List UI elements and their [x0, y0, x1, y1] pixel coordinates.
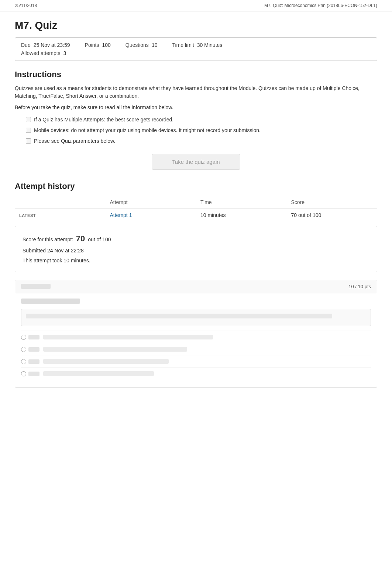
- bullet-list: If a Quiz has Multiple Attempts: the bes…: [22, 116, 377, 145]
- col-header-empty: [15, 196, 106, 208]
- instructions-para1: Quizzes are used as a means for students…: [15, 84, 377, 100]
- instructions-title: Instructions: [15, 70, 377, 79]
- answer-label-blurred-2: [28, 347, 39, 352]
- bullet-icon-1: [26, 117, 31, 122]
- questions-value: 10: [152, 42, 158, 48]
- answer-text-blurred-3: [43, 359, 169, 364]
- question-content-blurred: [21, 309, 371, 326]
- question-title-blurred: [21, 299, 80, 304]
- date-label: 25/11/2018: [15, 3, 37, 8]
- allowed-attempts-item: Allowed attempts 3: [21, 50, 66, 56]
- radio-4: [21, 371, 26, 376]
- top-bar: 25/11/2018 M7. Quiz: Microeconomics Prin…: [0, 0, 392, 11]
- questions-item: Questions 10: [125, 42, 158, 48]
- meta-row-2: Allowed attempts 3: [21, 50, 371, 56]
- answer-row-4: [21, 367, 371, 379]
- latest-badge-cell: LATEST: [15, 208, 106, 222]
- bullet-item-3: Please see Quiz parameters below.: [26, 137, 377, 145]
- points-label: Points: [85, 42, 99, 48]
- score-out-of: out of 100: [88, 237, 111, 242]
- table-row: LATEST Attempt 1 10 minutes 70 out of 10…: [15, 208, 377, 222]
- due-label: Due: [21, 42, 31, 48]
- col-header-time: Time: [196, 196, 287, 208]
- questions-label: Questions: [125, 42, 149, 48]
- question-header: 10 / 10 pts: [15, 280, 377, 293]
- instructions-section: Instructions Quizzes are used as a means…: [15, 70, 377, 145]
- submitted-label: Submitted 24 Nov at 22:28: [23, 246, 369, 255]
- score-line: Score for this attempt: 70 out of 100: [23, 232, 369, 245]
- answer-text-blurred-2: [43, 347, 187, 352]
- main-content: M7. Quiz Due 25 Nov at 23:59 Points 100 …: [0, 11, 392, 408]
- attempt-link-cell[interactable]: Attempt 1: [106, 208, 196, 222]
- allowed-attempts-label: Allowed attempts: [21, 50, 61, 56]
- attempt-score: 70 out of 100: [291, 212, 321, 218]
- bullet-icon-2: [26, 128, 31, 133]
- points-value: 100: [102, 42, 110, 48]
- allowed-attempts-value: 3: [63, 50, 66, 56]
- answer-row-3: [21, 355, 371, 367]
- answer-label-blurred-1: [28, 335, 39, 339]
- answer-text-blurred-4: [43, 371, 154, 376]
- due-value: 25 Nov at 23:59: [34, 42, 70, 48]
- time-limit-item: Time limit 30 Minutes: [172, 42, 222, 48]
- bullet-text-1: If a Quiz has Multiple Attempts: the bes…: [34, 116, 173, 124]
- answer-label-blurred-4: [28, 372, 39, 376]
- duration-label: This attempt took 10 minutes.: [23, 256, 369, 265]
- attempt-history-section: Attempt history Attempt Time Score LATES…: [15, 182, 377, 388]
- due-item: Due 25 Nov at 23:59: [21, 42, 70, 48]
- answer-row-2: [21, 343, 371, 355]
- attempt-1-link[interactable]: Attempt 1: [110, 212, 132, 218]
- bullet-icon-3: [26, 138, 31, 144]
- radio-2: [21, 347, 26, 352]
- meta-row-1: Due 25 Nov at 23:59 Points 100 Questions…: [21, 42, 371, 48]
- attempt-score-cell: 70 out of 100: [287, 208, 378, 222]
- instructions-para2: Before you take the quiz, make sure to r…: [15, 104, 377, 111]
- question-block-1: 10 / 10 pts: [15, 280, 377, 388]
- attempt-history-title: Attempt history: [15, 182, 377, 191]
- attempt-table-header: Attempt Time Score: [15, 196, 377, 208]
- bullet-text-3: Please see Quiz parameters below.: [34, 137, 115, 145]
- question-pts: 10 / 10 pts: [348, 284, 371, 289]
- col-header-score: Score: [287, 196, 378, 208]
- answer-label-blurred-3: [28, 359, 39, 364]
- bullet-item-2: Mobile devices: do not attempt your quiz…: [26, 127, 377, 134]
- points-item: Points 100: [85, 42, 111, 48]
- answer-row-1: [21, 331, 371, 343]
- score-for-attempt-label: Score for this attempt:: [23, 237, 73, 242]
- answer-text-blurred-1: [43, 335, 213, 339]
- attempt-history-table: Attempt Time Score LATEST Attempt 1 10 m…: [15, 196, 377, 222]
- answer-options: [21, 331, 371, 382]
- bullet-text-2: Mobile devices: do not attempt your quiz…: [34, 127, 261, 134]
- bullet-item-1: If a Quiz has Multiple Attempts: the bes…: [26, 116, 377, 124]
- attempt-details: Score for this attempt: 70 out of 100 Su…: [15, 226, 377, 272]
- meta-table: Due 25 Nov at 23:59 Points 100 Questions…: [15, 37, 377, 61]
- question-number-blurred: [21, 284, 51, 289]
- attempt-time: 10 minutes: [200, 212, 226, 218]
- question-body: [15, 293, 377, 387]
- take-quiz-button[interactable]: Take the quiz again: [152, 154, 240, 170]
- latest-badge: LATEST: [19, 213, 36, 218]
- time-limit-value: 30 Minutes: [197, 42, 222, 48]
- col-header-attempt: Attempt: [106, 196, 196, 208]
- page-title: M7. Quiz: [15, 20, 377, 31]
- score-number: 70: [76, 234, 85, 243]
- attempt-time-cell: 10 minutes: [196, 208, 287, 222]
- time-limit-label: Time limit: [172, 42, 194, 48]
- breadcrumb: M7. Quiz: Microeconomics Prin (2018L6-EC…: [264, 3, 377, 8]
- radio-3: [21, 359, 26, 364]
- radio-1: [21, 335, 26, 340]
